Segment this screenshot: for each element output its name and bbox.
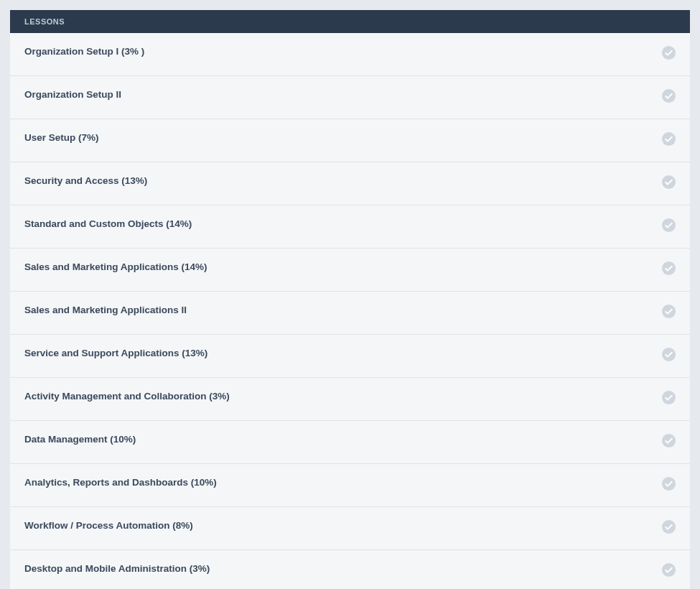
svg-point-4 (662, 218, 676, 232)
lesson-row[interactable]: Workflow / Process Automation (8%) (10, 507, 690, 550)
lesson-row[interactable]: Analytics, Reports and Dashboards (10%) (10, 464, 690, 507)
svg-point-0 (662, 46, 676, 60)
svg-point-2 (662, 132, 676, 146)
check-circle-icon (662, 348, 676, 361)
lesson-row[interactable]: Service and Support Applications (13%) (10, 335, 690, 378)
check-circle-icon (662, 218, 676, 232)
lesson-title: Sales and Marketing Applications II (24, 305, 187, 315)
lesson-row[interactable]: Sales and Marketing Applications (14%) (10, 249, 690, 292)
lessons-header: LESSONS (10, 10, 690, 33)
check-circle-icon (662, 520, 676, 534)
lesson-row[interactable]: Standard and Custom Objects (14%) (10, 205, 690, 249)
lesson-row[interactable]: Organization Setup II (10, 76, 690, 119)
lesson-title: Organization Setup I (3% ) (24, 46, 144, 57)
check-circle-icon (662, 305, 676, 318)
check-circle-icon (662, 261, 676, 275)
check-circle-icon (662, 391, 676, 404)
check-circle-icon (662, 477, 676, 491)
lesson-row[interactable]: Activity Management and Collaboration (3… (10, 378, 690, 421)
lesson-title: Sales and Marketing Applications (14%) (24, 261, 207, 272)
lesson-title: Workflow / Process Automation (8%) (24, 520, 193, 531)
svg-point-6 (662, 305, 676, 318)
lesson-title: User Setup (7%) (24, 132, 99, 143)
lesson-title: Activity Management and Collaboration (3… (24, 391, 230, 402)
lesson-row[interactable]: Sales and Marketing Applications II (10, 292, 690, 335)
lesson-title: Security and Access (13%) (24, 175, 147, 186)
lesson-title: Desktop and Mobile Administration (3%) (24, 563, 210, 574)
lesson-title: Analytics, Reports and Dashboards (10%) (24, 477, 217, 488)
check-circle-icon (662, 132, 676, 146)
lesson-row[interactable]: User Setup (7%) (10, 119, 690, 162)
lessons-panel: LESSONS Organization Setup I (3% )Organi… (10, 10, 690, 589)
svg-point-12 (662, 563, 676, 577)
svg-point-10 (662, 477, 676, 491)
lessons-list: Organization Setup I (3% )Organization S… (10, 33, 690, 589)
svg-point-1 (662, 89, 676, 103)
check-circle-icon (662, 434, 676, 447)
svg-point-11 (662, 520, 676, 534)
svg-point-9 (662, 434, 676, 447)
check-circle-icon (662, 175, 676, 189)
check-circle-icon (662, 563, 676, 577)
svg-point-7 (662, 348, 676, 361)
svg-point-5 (662, 261, 676, 275)
lesson-title: Organization Setup II (24, 89, 121, 100)
check-circle-icon (662, 46, 676, 60)
lesson-row[interactable]: Organization Setup I (3% ) (10, 33, 690, 76)
svg-point-3 (662, 175, 676, 189)
lesson-title: Standard and Custom Objects (14%) (24, 218, 192, 229)
lesson-row[interactable]: Desktop and Mobile Administration (3%) (10, 550, 690, 589)
lesson-row[interactable]: Security and Access (13%) (10, 162, 690, 205)
check-circle-icon (662, 89, 676, 103)
lesson-title: Service and Support Applications (13%) (24, 348, 207, 358)
svg-point-8 (662, 391, 676, 404)
lessons-header-title: LESSONS (24, 17, 65, 26)
lesson-title: Data Management (10%) (24, 434, 136, 445)
lesson-row[interactable]: Data Management (10%) (10, 421, 690, 464)
